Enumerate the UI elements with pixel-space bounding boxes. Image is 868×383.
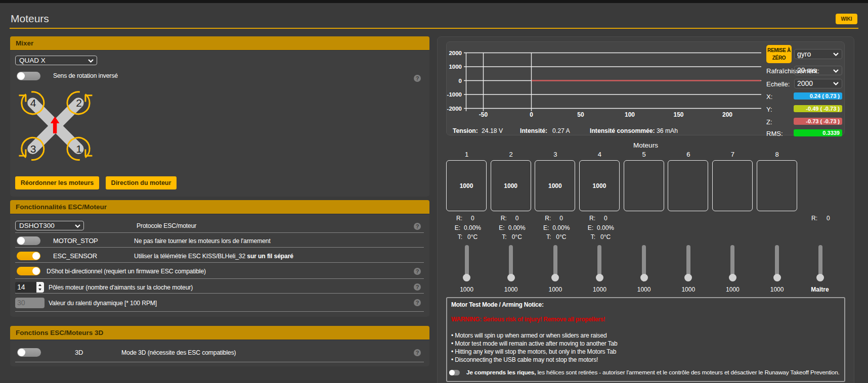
svg-text:1: 1 — [76, 143, 82, 155]
svg-text:-1000: -1000 — [447, 91, 462, 98]
svg-text:3: 3 — [30, 143, 36, 155]
svg-text:150: 150 — [673, 111, 683, 118]
svg-text:0: 0 — [530, 111, 533, 118]
svg-text:-2000: -2000 — [447, 106, 462, 112]
svg-text:-50: -50 — [479, 111, 488, 118]
svg-text:1000: 1000 — [449, 64, 462, 70]
svg-text:0: 0 — [459, 78, 462, 84]
svg-text:2000: 2000 — [449, 50, 462, 56]
svg-text:50: 50 — [577, 111, 584, 118]
svg-text:2: 2 — [76, 97, 82, 109]
svg-text:100: 100 — [625, 111, 635, 118]
svg-text:200: 200 — [722, 111, 732, 118]
svg-text:4: 4 — [30, 97, 36, 109]
